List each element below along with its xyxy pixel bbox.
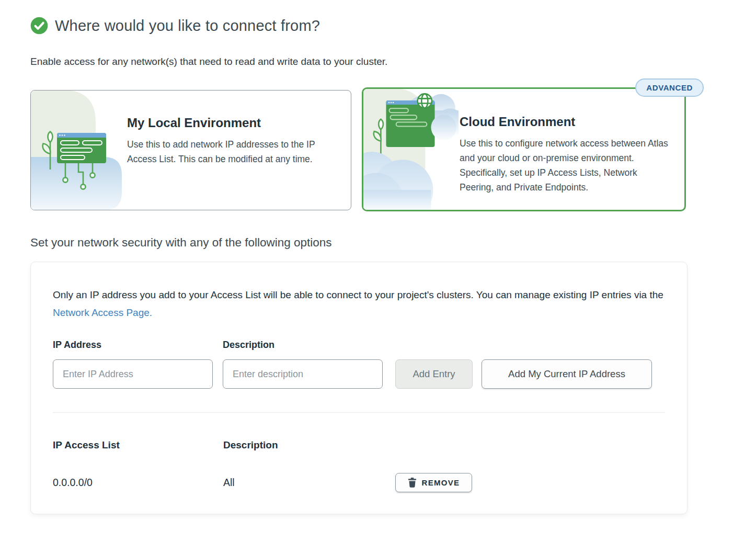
trash-icon (408, 478, 417, 488)
cloud-card-description: Use this to configure network access bet… (460, 136, 673, 195)
step-header: Where would you like to connect from? (30, 17, 726, 35)
access-list-header: IP Access List Description (53, 439, 665, 451)
ip-address-input[interactable] (53, 359, 213, 389)
panel-intro-text: Only an IP address you add to your Acces… (53, 289, 663, 300)
description-label: Description (223, 340, 383, 351)
add-entry-button[interactable]: Add Entry (395, 359, 473, 389)
local-environment-card-wrap: My Local Environment Use this to add net… (30, 90, 351, 211)
cloud-environment-card-wrap: ADVANCED (362, 87, 686, 211)
access-list-description-cell: All (223, 477, 395, 489)
ip-address-field: IP Address (53, 340, 213, 389)
local-card-title: My Local Environment (127, 116, 339, 130)
ip-address-label: IP Address (53, 340, 213, 351)
connect-from-step: Where would you like to connect from? En… (0, 0, 756, 514)
add-current-ip-button[interactable]: Add My Current IP Address (482, 359, 652, 389)
description-input[interactable] (223, 359, 383, 389)
local-card-body: My Local Environment Use this to add net… (126, 91, 351, 210)
check-circle-icon (30, 17, 48, 35)
cloud-card-body: Cloud Environment Use this to configure … (459, 89, 684, 210)
local-environment-illustration (31, 91, 126, 210)
access-list-description-column-header: Description (223, 439, 395, 451)
add-entry-form: IP Address Description Add Entry Add My … (53, 340, 665, 389)
cloud-card-title: Cloud Environment (460, 115, 673, 129)
globe-icon (418, 94, 432, 108)
cloud-environment-card[interactable]: Cloud Environment Use this to configure … (362, 87, 686, 211)
local-environment-card[interactable]: My Local Environment Use this to add net… (30, 90, 351, 210)
advanced-badge: ADVANCED (635, 78, 704, 97)
access-list-ip-column-header: IP Access List (53, 439, 223, 451)
access-list-row: 0.0.0.0/0 All REMOVE (53, 473, 665, 492)
access-list-ip-cell: 0.0.0.0/0 (53, 477, 223, 489)
cloud-environment-illustration (363, 89, 459, 210)
description-field: Description (223, 340, 383, 389)
environment-cards: My Local Environment Use this to add net… (30, 90, 726, 211)
page-title: Where would you like to connect from? (55, 17, 320, 35)
ip-access-list-panel: Only an IP address you add to your Acces… (30, 262, 688, 514)
panel-divider (53, 412, 665, 413)
section-heading: Set your network security with any of th… (30, 236, 726, 250)
remove-button-label: REMOVE (422, 478, 460, 487)
network-access-page-link[interactable]: Network Access Page. (53, 307, 152, 318)
page-subtitle: Enable access for any network(s) that ne… (30, 56, 726, 67)
local-card-description: Use this to add network IP addresses to … (127, 137, 339, 166)
remove-entry-button[interactable]: REMOVE (395, 473, 472, 492)
panel-intro: Only an IP address you add to your Acces… (53, 286, 665, 322)
